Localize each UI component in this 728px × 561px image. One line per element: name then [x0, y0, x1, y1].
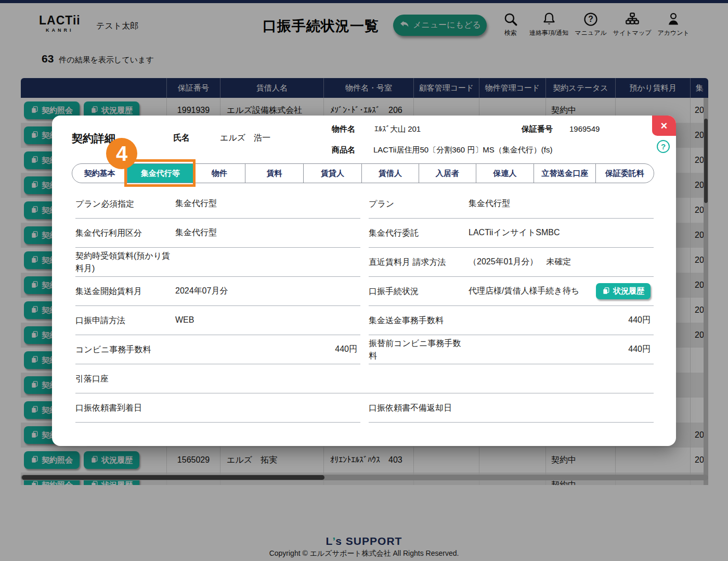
- name-value: エルズ 浩一: [220, 133, 270, 144]
- modal-tab-6[interactable]: 賃借人: [361, 164, 419, 183]
- field-plan: プラン 集金代行型: [369, 189, 654, 219]
- status-history-button[interactable]: 状況履歴: [596, 283, 651, 299]
- field-conveni-fee: コンビニ事務手数料 440円: [75, 335, 360, 364]
- product-name-value: LACTii居住用50〔分割360 円〕MS（集金代行）(fs): [373, 145, 553, 155]
- field-request-form-arrival: 口振依頼書到着日: [75, 393, 360, 423]
- field-plan-required: プラン必須指定 集金代行型: [75, 189, 360, 219]
- field-recent-billing: 直近賃料月 請求方法 （2025年01月分） 未確定: [369, 248, 654, 277]
- modal-tab-8[interactable]: 保連人: [476, 164, 534, 183]
- modal-tab-9[interactable]: 立替送金口座: [534, 164, 595, 183]
- field-collection-entrust: 集金代行委託 LACTiiインサイトSMBC: [369, 219, 654, 248]
- modal-tab-bar: 契約基本集金代行等物件賃料賃貸人賃借人入居者保連人立替送金口座保証委託料: [72, 163, 654, 183]
- guarantee-no-label: 保証番号: [522, 124, 553, 134]
- field-debit-apply-method: 口振申請方法 WEB: [75, 306, 360, 335]
- field-remit-start-month: 集送金開始賃料月 2024年07月分: [75, 277, 360, 306]
- field-debit-account: 引落口座: [75, 364, 654, 393]
- guarantee-no-value: 1969549: [569, 124, 600, 133]
- modal-tab-2[interactable]: 集金代行等: [127, 164, 193, 183]
- modal-tab-10[interactable]: 保証委託料: [595, 164, 654, 183]
- product-name-label: 商品名: [332, 145, 355, 155]
- property-name-label: 物件名: [332, 124, 355, 134]
- name-label: 氏名: [173, 133, 190, 144]
- field-contract-rent-month: 契約時受領賃料(預かり賃料月): [75, 248, 360, 277]
- modal-fields: プラン必須指定 集金代行型 プラン 集金代行型 集金代行利用区分 集金代行型 集…: [75, 189, 654, 423]
- copy-document-icon: [602, 287, 610, 296]
- step-badge: 4: [106, 138, 137, 169]
- modal-tab-5[interactable]: 賃貸人: [303, 164, 361, 183]
- modal-tab-4[interactable]: 賃料: [245, 164, 303, 183]
- field-debit-status: 口振手続状況 代理店様/賃借人様手続き待ち 状況履歴: [369, 277, 654, 306]
- property-name-value: ｴﾙｽﾞ大山 201: [374, 124, 421, 134]
- modal-tab-3[interactable]: 物件: [193, 164, 245, 183]
- app-window: LACTii KANRI テスト太郎 口振手続状況一覧 メニューにもどる 検索 …: [0, 0, 728, 561]
- modal-tab-7[interactable]: 入居者: [419, 164, 476, 183]
- field-remit-fee: 集金送金事務手数料 440円: [369, 306, 654, 335]
- close-icon[interactable]: ×: [652, 116, 676, 136]
- field-request-form-return: 口振依頼書不備返却日: [369, 393, 654, 423]
- field-pre-transfer-conveni-fee: 振替前コンビニ事務手数料 440円: [369, 335, 654, 364]
- contract-detail-modal: × ? 契約詳細 氏名 エルズ 浩一 物件名 ｴﾙｽﾞ大山 201 保証番号 1…: [52, 116, 676, 446]
- help-icon[interactable]: ?: [657, 140, 670, 153]
- field-collection-usage: 集金代行利用区分 集金代行型: [75, 219, 360, 248]
